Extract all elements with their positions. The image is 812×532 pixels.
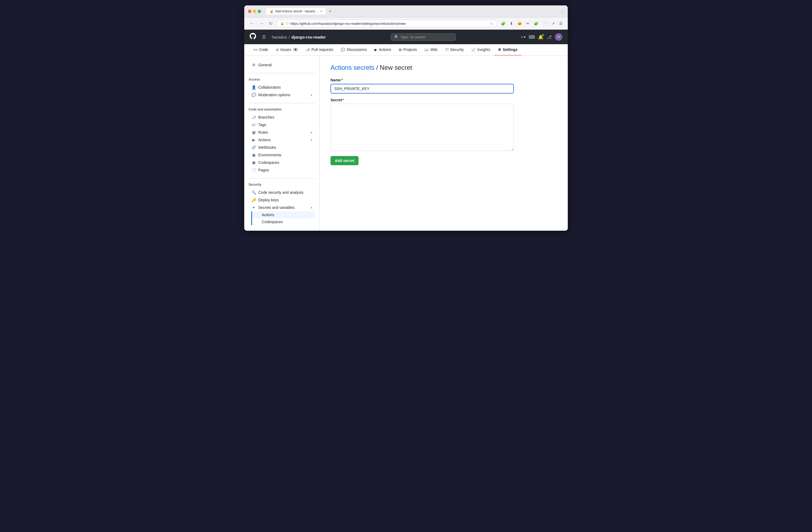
nav-security[interactable]: 🛡 Security xyxy=(441,44,468,56)
actions-secrets-sub-label: Actions xyxy=(262,213,274,217)
sidebar-item-secrets-vars[interactable]: ✦ Secrets and variables ∧ xyxy=(249,204,315,211)
secrets-icon: ✦ xyxy=(251,205,256,210)
name-input[interactable] xyxy=(331,84,514,93)
sidebar-item-code-security[interactable]: 🔍 Code security and analysis xyxy=(249,189,315,196)
sidebar-branches-label: Branches xyxy=(258,115,274,119)
secret-label: Secret* xyxy=(331,98,557,102)
github-logo[interactable] xyxy=(250,33,256,41)
sidebar-item-collaborators[interactable]: 👤 Collaborators xyxy=(249,84,315,91)
bookmark-button[interactable]: ☆ xyxy=(490,21,493,26)
discussions-icon: 💬 xyxy=(341,48,345,52)
codespaces-secrets-sub-label: Codespaces xyxy=(262,220,283,224)
search-container: 🔍 Type / to search xyxy=(330,33,516,41)
moderation-caret-icon: ∨ xyxy=(310,93,313,97)
header-actions: + ▾ ⌨ 🔔 ⎇ H xyxy=(521,33,562,41)
sidebar-actions-icon: ▶ xyxy=(251,138,256,142)
sidebar-item-rules[interactable]: ▦ Rules ∨ xyxy=(249,129,315,136)
sidebar-general-label: General xyxy=(258,63,272,67)
search-box[interactable]: 🔍 Type / to search xyxy=(391,33,455,41)
pages-icon: 📄 xyxy=(251,168,256,172)
pr-icon: ⎇ xyxy=(306,48,310,52)
nav-projects[interactable]: ⊞ Projects xyxy=(395,44,421,56)
breadcrumb-repo-link[interactable]: django-rss-reader xyxy=(291,35,326,39)
collaborators-icon: 👤 xyxy=(251,85,256,89)
forward-button[interactable]: → xyxy=(258,20,265,26)
user-avatar[interactable]: H xyxy=(555,33,562,41)
sidebar-sub-item-actions[interactable]: Actions xyxy=(252,211,315,218)
nav-insights[interactable]: 📈 Insights xyxy=(467,44,494,56)
download-button[interactable]: ⬇ xyxy=(508,20,514,26)
tab-close-button[interactable]: ✕ xyxy=(320,10,322,13)
notifications-icon[interactable]: 🔔 xyxy=(538,34,543,40)
breadcrumb-user-link[interactable]: hazadus xyxy=(272,35,287,39)
nav-issues[interactable]: ⊙ Issues 8 xyxy=(272,44,302,56)
secret-form-group: Secret* xyxy=(331,98,557,152)
nav-code[interactable]: <> Code xyxy=(250,44,272,56)
sidebar-item-tags[interactable]: 🏷 Tags xyxy=(249,121,315,129)
sidebar-item-environments[interactable]: ▣ Environments xyxy=(249,151,315,159)
nav-code-label: Code xyxy=(259,47,268,52)
nav-discussions[interactable]: 💬 Discussions xyxy=(337,44,371,56)
extensions-button[interactable]: 🧩 xyxy=(499,20,507,26)
sidebar-item-codespaces[interactable]: ▣ Codespaces xyxy=(249,159,315,166)
puzzle-button[interactable]: 🧩 xyxy=(533,20,540,26)
create-new-button[interactable]: + ▾ xyxy=(521,35,525,39)
menu-button[interactable]: ☰ xyxy=(558,20,564,26)
active-tab[interactable]: 🔒 Add Actions secret · hazardus/d... ✕ xyxy=(266,8,326,15)
sidebar-moderation-label: Moderation options xyxy=(258,93,290,97)
security-section-label: Security xyxy=(249,183,315,187)
nav-discussions-label: Discussions xyxy=(347,47,367,52)
codespaces-icon: ▣ xyxy=(251,160,256,165)
nav-wiki[interactable]: 📖 Wiki xyxy=(421,44,441,56)
address-bar[interactable]: 🔒 🛡 https://github.com/hazadus/django-rs… xyxy=(276,20,497,27)
pull-request-icon[interactable]: ⎇ xyxy=(547,34,552,40)
security-nav-icon: 🛡 xyxy=(445,48,449,52)
sidebar-item-moderation[interactable]: 💬 Moderation options ∨ xyxy=(249,91,315,99)
nav-insights-label: Insights xyxy=(477,47,490,52)
sidebar-item-general[interactable]: ⚙ General xyxy=(249,61,315,69)
maximize-button[interactable] xyxy=(258,10,261,13)
nav-projects-label: Projects xyxy=(403,47,417,52)
add-secret-button[interactable]: Add secret xyxy=(331,156,359,165)
close-button[interactable] xyxy=(248,10,251,13)
nav-settings[interactable]: ⚙ Settings xyxy=(494,44,521,56)
minimize-button[interactable] xyxy=(253,10,256,13)
code-icon: <> xyxy=(253,48,258,52)
sidebar-codespaces-label: Codespaces xyxy=(258,160,279,165)
sidebar-item-deploy-keys[interactable]: 🔑 Deploy keys xyxy=(249,196,315,204)
actions-secrets-link[interactable]: Actions secrets xyxy=(331,64,375,71)
reader-button[interactable]: 📄 xyxy=(541,20,549,26)
secret-textarea[interactable] xyxy=(331,104,514,151)
sidebar-item-webhooks[interactable]: 🔗 Webhooks xyxy=(249,144,315,151)
sidebar-item-pages[interactable]: 📄 Pages xyxy=(249,166,315,174)
nav-actions[interactable]: ▶ Actions xyxy=(371,44,395,56)
sidebar-pages-label: Pages xyxy=(258,168,269,172)
issues-icon: ⊙ xyxy=(276,48,279,52)
tab-favicon: 🔒 xyxy=(270,10,274,13)
sidebar-toggle[interactable]: ☰ xyxy=(260,34,267,40)
terminal-icon[interactable]: ⌨ xyxy=(529,34,535,40)
title-separator: / xyxy=(376,64,380,71)
sidebar-sub-item-codespaces[interactable]: Codespaces xyxy=(252,218,315,225)
sidebar-code-security-label: Code security and analysis xyxy=(258,190,303,195)
sidebar-item-actions[interactable]: ▶ Actions ∨ xyxy=(249,136,315,144)
sidebar-tags-label: Tags xyxy=(258,123,266,127)
pencil-button[interactable]: ✏ xyxy=(525,20,531,26)
sidebar-actions-label: Actions xyxy=(258,138,271,142)
gh-ext-button[interactable]: 🐱 xyxy=(516,20,523,26)
refresh-button[interactable]: ↻ xyxy=(267,20,274,27)
sidebar-item-branches[interactable]: ⎇ Branches xyxy=(249,114,315,121)
webhooks-icon: 🔗 xyxy=(251,145,256,150)
code-automation-section-label: Code and automation xyxy=(249,107,315,111)
deploy-keys-icon: 🔑 xyxy=(251,198,256,202)
nav-pull-requests[interactable]: ⎇ Pull requests xyxy=(302,44,337,56)
share-button[interactable]: ↗ xyxy=(550,20,556,26)
back-button[interactable]: ← xyxy=(248,20,256,26)
environments-icon: ▣ xyxy=(251,153,256,157)
sidebar-secrets-label: Secrets and variables xyxy=(258,205,295,210)
notification-badge xyxy=(542,34,544,36)
access-section-label: Access xyxy=(249,78,315,82)
settings-sidebar: ⚙ General Access 👤 Collaborators 💬 Moder… xyxy=(244,56,320,231)
page-heading: Actions secrets / New secret xyxy=(331,64,557,71)
new-tab-button[interactable]: + xyxy=(328,9,332,14)
